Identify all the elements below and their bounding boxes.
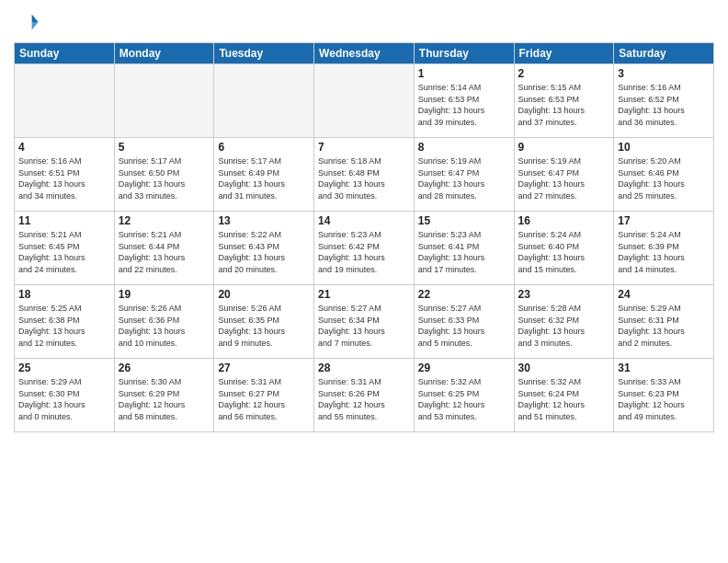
day-info: Sunrise: 5:33 AM Sunset: 6:23 PM Dayligh… [618, 376, 710, 422]
day-info: Sunrise: 5:31 AM Sunset: 6:27 PM Dayligh… [218, 376, 310, 422]
logo-icon [14, 9, 40, 35]
calendar-cell: 31Sunrise: 5:33 AM Sunset: 6:23 PM Dayli… [614, 359, 714, 432]
calendar-week-row: 18Sunrise: 5:25 AM Sunset: 6:38 PM Dayli… [15, 285, 714, 359]
day-info: Sunrise: 5:15 AM Sunset: 6:53 PM Dayligh… [518, 82, 610, 128]
calendar-cell: 18Sunrise: 5:25 AM Sunset: 6:38 PM Dayli… [15, 285, 115, 359]
calendar-cell: 21Sunrise: 5:27 AM Sunset: 6:34 PM Dayli… [314, 285, 415, 359]
calendar-cell: 8Sunrise: 5:19 AM Sunset: 6:47 PM Daylig… [414, 138, 514, 212]
day-info: Sunrise: 5:25 AM Sunset: 6:38 PM Dayligh… [18, 303, 110, 349]
day-info: Sunrise: 5:26 AM Sunset: 6:36 PM Dayligh… [119, 303, 210, 349]
day-info: Sunrise: 5:17 AM Sunset: 6:49 PM Dayligh… [218, 155, 310, 201]
day-info: Sunrise: 5:28 AM Sunset: 6:32 PM Dayligh… [518, 303, 610, 349]
day-info: Sunrise: 5:24 AM Sunset: 6:39 PM Dayligh… [618, 229, 710, 275]
day-number: 20 [218, 288, 310, 301]
day-number: 2 [518, 67, 610, 80]
calendar-table: SundayMondayTuesdayWednesdayThursdayFrid… [14, 42, 714, 432]
calendar-cell: 4Sunrise: 5:16 AM Sunset: 6:51 PM Daylig… [15, 138, 115, 212]
day-number: 29 [418, 362, 510, 374]
day-number: 27 [218, 362, 310, 374]
day-number: 16 [518, 214, 610, 227]
day-number: 22 [418, 288, 510, 301]
day-info: Sunrise: 5:19 AM Sunset: 6:47 PM Dayligh… [518, 155, 610, 201]
day-info: Sunrise: 5:18 AM Sunset: 6:48 PM Dayligh… [318, 155, 410, 201]
calendar-week-row: 11Sunrise: 5:21 AM Sunset: 6:45 PM Dayli… [15, 212, 714, 285]
calendar-cell: 12Sunrise: 5:21 AM Sunset: 6:44 PM Dayli… [114, 212, 214, 285]
calendar-cell: 26Sunrise: 5:30 AM Sunset: 6:29 PM Dayli… [114, 359, 214, 432]
calendar-week-row: 25Sunrise: 5:29 AM Sunset: 6:30 PM Dayli… [15, 359, 714, 432]
day-number: 15 [418, 214, 510, 227]
day-number: 6 [218, 141, 310, 154]
calendar-cell [214, 64, 314, 138]
day-number: 17 [618, 214, 710, 227]
calendar-cell: 29Sunrise: 5:32 AM Sunset: 6:25 PM Dayli… [414, 359, 514, 432]
day-number: 26 [119, 362, 210, 374]
calendar-cell: 3Sunrise: 5:16 AM Sunset: 6:52 PM Daylig… [614, 64, 714, 138]
day-info: Sunrise: 5:31 AM Sunset: 6:26 PM Dayligh… [318, 376, 410, 422]
day-number: 5 [119, 141, 210, 154]
day-number: 1 [418, 67, 510, 80]
day-number: 7 [318, 141, 410, 154]
day-number: 11 [18, 214, 110, 227]
day-info: Sunrise: 5:16 AM Sunset: 6:52 PM Dayligh… [618, 82, 710, 128]
day-info: Sunrise: 5:20 AM Sunset: 6:46 PM Dayligh… [618, 155, 710, 201]
calendar-day-header: Saturday [614, 43, 714, 64]
calendar-cell: 11Sunrise: 5:21 AM Sunset: 6:45 PM Dayli… [15, 212, 115, 285]
day-number: 10 [618, 141, 710, 154]
day-info: Sunrise: 5:21 AM Sunset: 6:44 PM Dayligh… [119, 229, 210, 275]
logo [14, 9, 41, 35]
calendar-day-header: Tuesday [214, 43, 314, 64]
day-info: Sunrise: 5:24 AM Sunset: 6:40 PM Dayligh… [518, 229, 610, 275]
day-number: 19 [119, 288, 210, 301]
calendar-cell [114, 64, 214, 138]
svg-marker-0 [32, 15, 39, 22]
calendar-day-header: Friday [514, 43, 614, 64]
calendar-cell: 5Sunrise: 5:17 AM Sunset: 6:50 PM Daylig… [114, 138, 214, 212]
day-info: Sunrise: 5:26 AM Sunset: 6:35 PM Dayligh… [218, 303, 310, 349]
calendar-week-row: 4Sunrise: 5:16 AM Sunset: 6:51 PM Daylig… [15, 138, 714, 212]
calendar-day-header: Thursday [414, 43, 514, 64]
day-number: 8 [418, 141, 510, 154]
day-info: Sunrise: 5:19 AM Sunset: 6:47 PM Dayligh… [418, 155, 510, 201]
calendar-cell: 7Sunrise: 5:18 AM Sunset: 6:48 PM Daylig… [314, 138, 415, 212]
day-number: 9 [518, 141, 610, 154]
day-info: Sunrise: 5:14 AM Sunset: 6:53 PM Dayligh… [418, 82, 510, 128]
calendar-cell: 20Sunrise: 5:26 AM Sunset: 6:35 PM Dayli… [214, 285, 314, 359]
day-info: Sunrise: 5:23 AM Sunset: 6:42 PM Dayligh… [318, 229, 410, 275]
day-number: 25 [18, 362, 110, 374]
day-info: Sunrise: 5:30 AM Sunset: 6:29 PM Dayligh… [119, 376, 210, 422]
calendar-cell: 10Sunrise: 5:20 AM Sunset: 6:46 PM Dayli… [614, 138, 714, 212]
day-info: Sunrise: 5:32 AM Sunset: 6:25 PM Dayligh… [418, 376, 510, 422]
day-info: Sunrise: 5:32 AM Sunset: 6:24 PM Dayligh… [518, 376, 610, 422]
calendar-day-header: Sunday [15, 43, 115, 64]
calendar-cell: 15Sunrise: 5:23 AM Sunset: 6:41 PM Dayli… [414, 212, 514, 285]
day-number: 13 [218, 214, 310, 227]
calendar-cell: 6Sunrise: 5:17 AM Sunset: 6:49 PM Daylig… [214, 138, 314, 212]
day-info: Sunrise: 5:21 AM Sunset: 6:45 PM Dayligh… [18, 229, 110, 275]
day-info: Sunrise: 5:22 AM Sunset: 6:43 PM Dayligh… [218, 229, 310, 275]
calendar-cell: 28Sunrise: 5:31 AM Sunset: 6:26 PM Dayli… [314, 359, 415, 432]
day-number: 30 [518, 362, 610, 374]
day-number: 23 [518, 288, 610, 301]
calendar-cell: 14Sunrise: 5:23 AM Sunset: 6:42 PM Dayli… [314, 212, 415, 285]
calendar-cell [314, 64, 415, 138]
calendar-cell: 30Sunrise: 5:32 AM Sunset: 6:24 PM Dayli… [514, 359, 614, 432]
calendar-day-header: Monday [114, 43, 214, 64]
day-number: 4 [18, 141, 110, 154]
day-number: 28 [318, 362, 410, 374]
calendar-cell: 16Sunrise: 5:24 AM Sunset: 6:40 PM Dayli… [514, 212, 614, 285]
calendar-cell [15, 64, 115, 138]
day-info: Sunrise: 5:29 AM Sunset: 6:30 PM Dayligh… [18, 376, 110, 422]
calendar-cell: 25Sunrise: 5:29 AM Sunset: 6:30 PM Dayli… [15, 359, 115, 432]
day-info: Sunrise: 5:29 AM Sunset: 6:31 PM Dayligh… [618, 303, 710, 349]
calendar-cell: 2Sunrise: 5:15 AM Sunset: 6:53 PM Daylig… [514, 64, 614, 138]
day-info: Sunrise: 5:27 AM Sunset: 6:34 PM Dayligh… [318, 303, 410, 349]
calendar-cell: 19Sunrise: 5:26 AM Sunset: 6:36 PM Dayli… [114, 285, 214, 359]
day-number: 31 [618, 362, 710, 374]
page-header [14, 9, 714, 35]
day-info: Sunrise: 5:16 AM Sunset: 6:51 PM Dayligh… [18, 155, 110, 201]
day-number: 12 [119, 214, 210, 227]
day-number: 3 [618, 67, 710, 80]
day-info: Sunrise: 5:27 AM Sunset: 6:33 PM Dayligh… [418, 303, 510, 349]
calendar-cell: 17Sunrise: 5:24 AM Sunset: 6:39 PM Dayli… [614, 212, 714, 285]
calendar-cell: 27Sunrise: 5:31 AM Sunset: 6:27 PM Dayli… [214, 359, 314, 432]
